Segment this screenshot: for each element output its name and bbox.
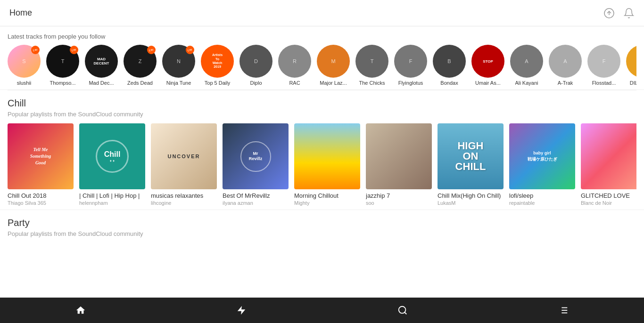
follow-item-name: RAC: [289, 80, 300, 86]
follow-item-name: slushii: [17, 80, 32, 86]
playlist-card-morning-chillout[interactable]: Morning ChilloutMighty: [294, 123, 360, 206]
follow-item-name: Top 5 Daily: [205, 80, 230, 86]
playlist-title: lofi/sleep: [509, 192, 575, 199]
follow-item-name: Ninja Tune: [166, 80, 191, 86]
chill-title: Chill: [8, 98, 636, 109]
playlist-card-musicas-relaxantes[interactable]: UNCOVERmusicas relaxanteslihcogine: [151, 123, 217, 206]
party-subtitle: Popular playlists from the SoundCloud co…: [8, 230, 636, 237]
follow-row: SslushiiTThompso...MADDECENTMad Dec...ZZ…: [8, 45, 636, 89]
playlist-thumbnail: Chill♦ ♦: [79, 123, 145, 189]
header: Home: [0, 0, 644, 26]
playlist-title: musicas relaxantes: [151, 192, 217, 199]
follow-item-rac[interactable]: RRAC: [278, 45, 311, 86]
follow-item-dillonf[interactable]: DDILLONF...: [626, 45, 636, 86]
playlist-title: GLITCHED LOVE: [581, 192, 636, 199]
playlist-title: Chill Out 2018: [8, 192, 74, 199]
playlist-thumbnail: [366, 123, 432, 189]
follow-item-flyinglotus[interactable]: FFlyinglotus: [394, 45, 427, 86]
soundcloud-badge: [186, 46, 194, 54]
follow-item-name: Mad Dec...: [89, 80, 114, 86]
follow-item-thechicks[interactable]: TThe Chicks: [355, 45, 388, 86]
follow-item-name: Umair As...: [475, 80, 501, 86]
upload-icon[interactable]: [603, 8, 615, 19]
playlist-thumbnail: [581, 123, 636, 189]
follow-item-diplo[interactable]: DDiplo: [239, 45, 272, 86]
party-title: Party: [8, 218, 636, 228]
playlist-thumbnail: UNCOVER: [151, 123, 217, 189]
follow-item-top5daily[interactable]: ArtistsToWatch2019Top 5 Daily: [201, 45, 234, 86]
playlist-author: LukasM: [438, 200, 504, 206]
follow-item-name: Major Laz...: [320, 80, 347, 86]
follow-item-zedsdead[interactable]: ZZeds Dead: [124, 45, 157, 86]
playlist-author: Mighty: [294, 200, 360, 206]
follow-item-name: A-Trak: [558, 80, 573, 86]
playlist-thumbnail: Tell MeSomethingGood: [8, 123, 74, 189]
follow-item-name: Flosstad...: [592, 80, 616, 86]
header-actions: [603, 8, 635, 19]
playlist-card-chill-lofi[interactable]: Chill♦ ♦| Chill | Lofi | Hip Hop |helenn…: [79, 123, 145, 206]
playlist-author: repaintable: [509, 200, 575, 206]
follow-item-alikayani[interactable]: AAli Kayani: [510, 45, 543, 86]
follow-item-maddecent[interactable]: MADDECENTMad Dec...: [85, 45, 118, 86]
playlist-card-jazzhip-7[interactable]: jazzhip 7soo: [366, 123, 432, 206]
bell-icon[interactable]: [623, 8, 635, 19]
playlist-title: Chill Mix(High On Chill): [438, 192, 504, 199]
party-section: Party Popular playlists from the SoundCl…: [8, 210, 636, 247]
playlist-title: | Chill | Lofi | Hip Hop |: [79, 192, 145, 199]
playlist-author: soo: [366, 200, 432, 206]
playlist-thumbnail: baby girl戦場ケ原ひたぎ: [509, 123, 575, 189]
playlist-title: jazzhip 7: [366, 192, 432, 199]
playlist-author: helennpham: [79, 200, 145, 206]
follow-item-atrak[interactable]: AA-Trak: [549, 45, 582, 86]
playlist-title: Best Of MrRevillz: [223, 192, 289, 199]
follow-item-majorlazy[interactable]: MMajor Laz...: [317, 45, 350, 86]
follow-section-label: Latest tracks from people you follow: [8, 26, 636, 45]
follow-item-name: Zeds Dead: [127, 80, 153, 86]
playlist-card-lofi-sleep[interactable]: baby girl戦場ケ原ひたぎlofi/sleeprepaintable: [509, 123, 575, 206]
chill-subtitle: Popular playlists from the SoundCloud co…: [8, 111, 636, 118]
playlist-thumbnail: [294, 123, 360, 189]
playlist-card-glitched-love[interactable]: GLITCHED LOVEBlanc de Noir: [581, 123, 636, 206]
chill-section: Chill Popular playlists from the SoundCl…: [8, 90, 636, 210]
follow-item-thompson[interactable]: TThompso...: [46, 45, 79, 86]
playlist-author: lihcogine: [151, 200, 217, 206]
playlist-author: ilyana azman: [223, 200, 289, 206]
follow-item-name: Ali Kayani: [515, 80, 538, 86]
follow-item-name: Thompso...: [50, 80, 75, 86]
follow-item-bondax[interactable]: BBondax: [433, 45, 466, 86]
soundcloud-badge: [70, 46, 78, 54]
follow-item-name: The Chicks: [359, 80, 385, 86]
playlist-author: Blanc de Noir: [581, 200, 636, 206]
page-title: Home: [9, 8, 32, 18]
playlist-thumbnail: HIGHONchill: [438, 123, 504, 189]
follow-item-name: Diplo: [250, 80, 262, 86]
soundcloud-badge: [147, 46, 156, 54]
follow-item-name: DILLONF...: [630, 80, 636, 86]
follow-item-ninjatune[interactable]: NNinja Tune: [162, 45, 195, 86]
playlist-author: Thiago Silva 365: [8, 200, 74, 206]
follow-item-umair[interactable]: STOPUmair As...: [471, 45, 504, 86]
playlist-title: Morning Chillout: [294, 192, 360, 199]
follow-item-name: Bondax: [440, 80, 458, 86]
main-content: Latest tracks from people you follow Ssl…: [0, 26, 644, 247]
follow-item-flosstradamus[interactable]: FFlosstad...: [587, 45, 620, 86]
playlist-card-chill-mix[interactable]: HIGHONchillChill Mix(High On Chill)Lukas…: [438, 123, 504, 206]
chill-playlist-row: Tell MeSomethingGoodChill Out 2018Thiago…: [8, 123, 636, 206]
soundcloud-badge: [31, 46, 40, 54]
playlist-card-chill-out-2018[interactable]: Tell MeSomethingGoodChill Out 2018Thiago…: [8, 123, 74, 206]
follow-item-name: Flyinglotus: [398, 80, 423, 86]
playlist-thumbnail: MrRevillz: [223, 123, 289, 189]
playlist-card-best-of-mrrevillz[interactable]: MrRevillzBest Of MrRevillzilyana azman: [223, 123, 289, 206]
follow-item-slushii[interactable]: Sslushii: [8, 45, 41, 86]
